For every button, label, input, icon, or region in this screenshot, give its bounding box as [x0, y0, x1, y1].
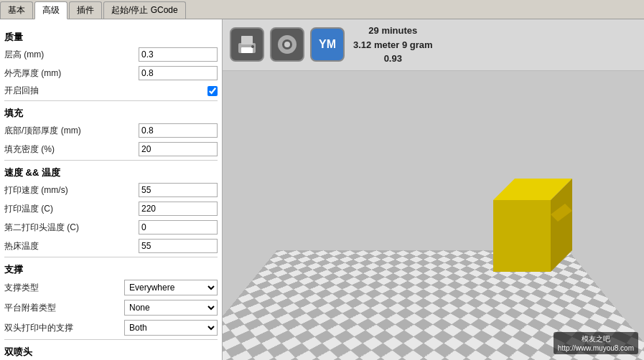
retraction-label: 开启回抽	[4, 85, 207, 97]
top-bottom-thickness-input[interactable]	[139, 123, 218, 138]
top-bottom-thickness-label: 底部/顶部厚度 (mm)	[4, 125, 139, 137]
viewport-panel: YM 29 minutes 3.12 meter 9 gram 0.93	[223, 19, 644, 360]
print-speed-input[interactable]	[139, 183, 218, 197]
main-content: 质量 层高 (mm) 外壳厚度 (mm) 开启回抽 填充 底部/顶部厚度 (mm…	[0, 19, 644, 360]
print-temp-label: 打印温度 (C)	[4, 203, 139, 215]
svg-rect-1	[241, 36, 253, 44]
speed-temp-section-title: 速度 && 温度	[4, 166, 218, 179]
print-temp-row: 打印温度 (C)	[4, 201, 218, 217]
platform-adhesion-select[interactable]: None Brim Raft	[124, 300, 218, 316]
shell-thickness-row: 外壳厚度 (mm)	[4, 65, 218, 81]
retraction-row: 开启回抽	[4, 84, 218, 98]
shell-thickness-input[interactable]	[139, 66, 218, 80]
svg-marker-7	[493, 200, 551, 272]
watermark: 模友之吧 http://www.muyou8.com	[554, 332, 638, 354]
platform-adhesion-label: 平台附着类型	[4, 302, 124, 314]
quality-section-title: 质量	[4, 31, 218, 44]
bed-temp-input[interactable]	[139, 239, 218, 253]
settings-panel: 质量 层高 (mm) 外壳厚度 (mm) 开启回抽 填充 底部/顶部厚度 (mm…	[0, 19, 223, 360]
ym-profile-button[interactable]: YM	[310, 27, 345, 62]
retraction-checkbox[interactable]	[207, 86, 218, 96]
toolbar: YM 29 minutes 3.12 meter 9 gram 0.93	[223, 19, 644, 71]
fill-section-title: 填充	[4, 107, 218, 120]
layer-height-label: 层高 (mm)	[4, 49, 139, 61]
support-type-label: 支撑类型	[4, 282, 124, 294]
dual-support-row: 双头打印中的支撑 Both First extruder Second extr…	[4, 319, 218, 336]
watermark-brand: 模友之吧	[558, 334, 634, 344]
filament-icon-button[interactable]	[270, 27, 304, 62]
dual-support-select[interactable]: Both First extruder Second extruder	[124, 320, 218, 336]
layer-height-input[interactable]	[139, 47, 218, 62]
svg-point-5	[284, 42, 290, 47]
divider-1	[4, 100, 218, 101]
layer-height-row: 层高 (mm)	[4, 47, 218, 62]
print-time: 29 minutes	[368, 24, 417, 38]
dual-support-label: 双头打印中的支撑	[4, 322, 124, 334]
fill-density-label: 填充密度 (%)	[4, 143, 139, 156]
3d-object	[472, 164, 587, 295]
fill-density-input[interactable]	[139, 142, 218, 156]
print-cost: 0.93	[384, 52, 402, 66]
fill-density-row: 填充密度 (%)	[4, 141, 218, 157]
svg-rect-2	[241, 47, 253, 53]
support-section-title: 支撑	[4, 263, 218, 276]
print-temp-input[interactable]	[139, 202, 218, 216]
print-material: 3.12 meter 9 gram	[353, 38, 433, 52]
3d-box-svg	[472, 164, 587, 293]
divider-4	[4, 339, 218, 340]
tab-gcode[interactable]: 起始/停止 GCode	[103, 1, 186, 19]
printer-icon-button[interactable]	[230, 27, 264, 62]
tab-basic[interactable]: 基本	[0, 1, 33, 19]
bed-temp-row: 热床温度	[4, 238, 218, 254]
ym-label: YM	[319, 38, 336, 51]
top-bottom-thickness-row: 底部/顶部厚度 (mm)	[4, 123, 218, 138]
tab-bar: 基本 高级 插件 起始/停止 GCode	[0, 0, 644, 19]
support-type-row: 支撑类型 Everywhere Touching Buildplate None	[4, 279, 218, 296]
platform-adhesion-row: 平台附着类型 None Brim Raft	[4, 299, 218, 316]
bed-temp-label: 热床温度	[4, 240, 139, 252]
support-type-select[interactable]: Everywhere Touching Buildplate None	[124, 280, 218, 295]
second-nozzle-temp-input[interactable]	[139, 220, 218, 235]
svg-point-3	[251, 45, 254, 48]
second-nozzle-temp-label: 第二打印头温度 (C)	[4, 222, 139, 234]
second-nozzle-temp-row: 第二打印头温度 (C)	[4, 219, 218, 235]
print-speed-row: 打印速度 (mm/s)	[4, 182, 218, 198]
3d-viewport[interactable]: 模友之吧 http://www.muyou8.com	[223, 71, 644, 361]
dual-head-section-title: 双喷头	[4, 346, 218, 359]
watermark-site: http://www.muyou8.com	[558, 344, 634, 352]
print-stats: 29 minutes 3.12 meter 9 gram 0.93	[353, 24, 433, 66]
tab-advanced[interactable]: 高级	[34, 1, 67, 19]
shell-thickness-label: 外壳厚度 (mm)	[4, 67, 139, 80]
divider-3	[4, 257, 218, 257]
divider-2	[4, 160, 218, 161]
tab-plugins[interactable]: 插件	[69, 1, 102, 19]
print-speed-label: 打印速度 (mm/s)	[4, 184, 139, 196]
